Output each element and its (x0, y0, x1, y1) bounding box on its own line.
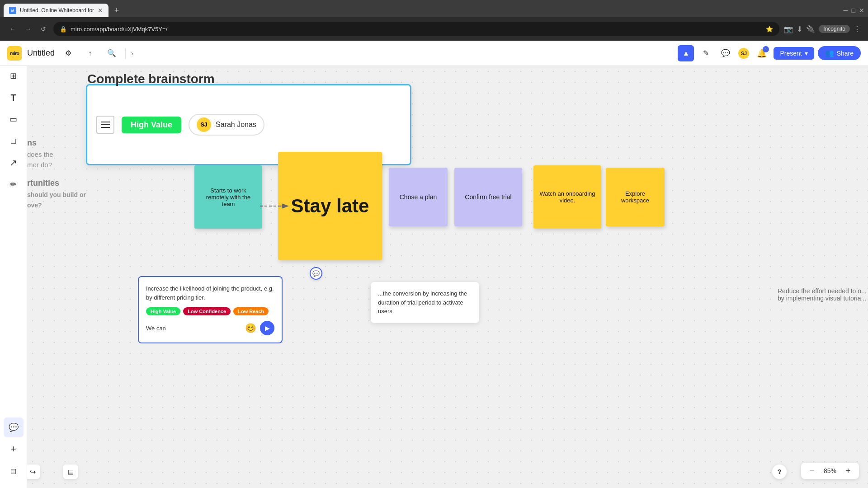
board-title[interactable]: Untitled (27, 48, 55, 58)
help-button[interactable]: ? (772, 465, 787, 479)
new-tab-button[interactable]: + (110, 4, 123, 17)
sticky-confirm-trial-text: Confirm free trial (465, 193, 511, 201)
comment-icon: 💬 (9, 422, 19, 432)
send-icon: ▶ (265, 324, 270, 332)
canvas-area[interactable]: ns does the mer do? rtunities should you… (27, 66, 868, 488)
redo-button[interactable]: ↪ (25, 465, 40, 479)
high-value-badge[interactable]: High Value (122, 117, 181, 133)
reduce-text: Reduce the effort needed to o... by impl… (778, 287, 867, 302)
share-label: Share (837, 50, 854, 57)
collaborator-avatar: SJ (197, 117, 211, 132)
pen-icon: ✏ (10, 179, 17, 189)
sticky-starts-work-text: Starts to work remotely with the team (200, 187, 257, 207)
frame-nav-icon: ▤ (68, 468, 74, 475)
zoom-in-button[interactable]: + (843, 465, 854, 476)
left-text-line2: does the (27, 150, 86, 159)
comment-input-row: 😊 ▶ (146, 321, 274, 335)
toolbar-divider-1 (125, 48, 126, 59)
download-icon[interactable]: ⬇ (797, 25, 802, 33)
sticky-stay-late[interactable]: Stay late (278, 152, 382, 260)
tab-close-button[interactable]: ✕ (98, 7, 103, 14)
user-avatar[interactable]: SJ (737, 47, 750, 60)
tag-low-confidence[interactable]: Low Confidence (183, 307, 231, 315)
active-tab[interactable]: M Untitled, Online Whiteboard for ✕ (4, 4, 108, 17)
sidebar-tool-sticky[interactable]: ▭ (4, 109, 24, 129)
sidebar-bottom: 💬 + ▤ (4, 418, 24, 484)
sticky-watch-onboarding[interactable]: Watch an onboarding video. (533, 165, 601, 229)
minimize-button[interactable]: ─ (844, 7, 848, 14)
opportunities-line1: should you build or (27, 190, 86, 199)
comment-text-input[interactable] (146, 325, 241, 332)
present-button[interactable]: Present ▾ (774, 47, 814, 60)
pen-tool-button[interactable]: ✎ (698, 45, 714, 61)
emoji-button[interactable]: 😊 (245, 323, 256, 333)
sticky-watch-onboarding-text: Watch an onboarding video. (539, 190, 596, 204)
collaborator-name: Sarah Jonas (216, 121, 256, 129)
close-button[interactable]: ✕ (859, 7, 864, 14)
collaborator-card[interactable]: SJ Sarah Jonas (189, 114, 264, 136)
forward-button[interactable]: → (23, 23, 33, 34)
camera-icon[interactable]: 📷 (784, 25, 793, 33)
sidebar-tool-frames[interactable]: ⊞ (4, 66, 24, 86)
arrow-icon: ↗ (9, 157, 17, 168)
sticky-explore-workspace-text: Explore workspace (611, 190, 659, 204)
left-text-partial: ns does the mer do? rtunities should you… (27, 138, 86, 210)
share-icon: 👥 (825, 49, 834, 57)
select-tool-button[interactable]: ▲ (678, 45, 694, 61)
sticky-explore-workspace[interactable]: Explore workspace (606, 168, 665, 226)
search-button[interactable]: 🔍 (104, 45, 120, 61)
tab-favicon: M (9, 7, 16, 14)
zoom-out-button[interactable]: − (807, 465, 817, 476)
shape-icon: □ (11, 136, 16, 146)
refresh-button[interactable]: ↺ (38, 23, 49, 34)
send-button[interactable]: ▶ (260, 321, 274, 335)
sidebar-tool-add[interactable]: + (4, 439, 24, 459)
notifications-button[interactable]: 🔔 1 (754, 45, 770, 61)
zoom-level-display: 85% (821, 467, 839, 474)
add-icon: + (10, 443, 16, 455)
sidebar-tool-text[interactable]: T (4, 88, 24, 108)
url-bar[interactable]: 🔒 miro.com/app/board/uXjVMqk7V5Y=/ ⭐ (53, 22, 779, 36)
sidebar-tool-pen[interactable]: ✏ (4, 174, 24, 194)
address-actions: 📷 ⬇ 🔌 Incognito ⋮ (784, 25, 861, 33)
sticky-icon: ▭ (9, 114, 17, 124)
share-export-button[interactable]: ↑ (82, 45, 98, 61)
menu-icon[interactable]: ⋮ (854, 25, 861, 33)
miro-logo-icon: miro (7, 46, 22, 61)
sidebar-tool-panels[interactable]: ▤ (4, 461, 24, 481)
opportunities-line2: ove? (27, 200, 86, 210)
toolbar-right: ▲ ✎ 💬 SJ 🔔 1 Present ▾ 👥 Share (678, 45, 861, 61)
right-side-text: Reduce the effort needed to o... by impl… (778, 287, 868, 302)
frame-navigator-button[interactable]: ▤ (63, 465, 78, 479)
left-sidebar: ▲ ⊞ T ▭ □ ↗ ✏ 💬 + ▤ (0, 41, 27, 488)
browser-chrome: M Untitled, Online Whiteboard for ✕ + ─ … (0, 0, 868, 41)
sticky-starts-work[interactable]: Starts to work remotely with the team (194, 165, 262, 229)
panels-icon: ▤ (10, 467, 16, 474)
miro-logo: miro (7, 46, 22, 61)
share-button[interactable]: 👥 Share (818, 46, 861, 60)
comment-tags: High Value Low Confidence Low Reach (146, 307, 274, 315)
comment-main-text: Increase the likelihood of joining the p… (146, 284, 274, 302)
settings-button[interactable]: ⚙ (60, 45, 76, 61)
tag-low-reach[interactable]: Low Reach (233, 307, 269, 315)
canvas-comment-bubble[interactable]: 💬 (310, 267, 322, 280)
sticky-chose-plan-text: Chose a plan (400, 193, 437, 201)
sidebar-tool-arrow[interactable]: ↗ (4, 153, 24, 173)
notification-count-badge: 1 (763, 46, 769, 52)
comment-tool-button[interactable]: 💬 (717, 45, 734, 61)
sidebar-tool-comment[interactable]: 💬 (4, 418, 24, 437)
menu-icon-btn[interactable] (96, 116, 114, 134)
back-button[interactable]: ← (7, 23, 18, 34)
incognito-badge: Incognito (819, 25, 850, 33)
comment-input-box[interactable]: Increase the likelihood of joining the p… (138, 276, 283, 343)
help-icon: ? (778, 468, 782, 475)
left-text-line1: ns (27, 138, 86, 148)
sticky-chose-plan[interactable]: Chose a plan (389, 168, 448, 226)
restore-button[interactable]: □ (852, 7, 855, 14)
toolbar-chevron[interactable]: › (131, 50, 133, 57)
sticky-confirm-trial[interactable]: Confirm free trial (454, 168, 522, 226)
sidebar-tool-shape[interactable]: □ (4, 131, 24, 151)
extension-icon[interactable]: 🔌 (806, 25, 815, 33)
tag-high-value[interactable]: High Value (146, 307, 180, 315)
present-label: Present (780, 50, 802, 57)
